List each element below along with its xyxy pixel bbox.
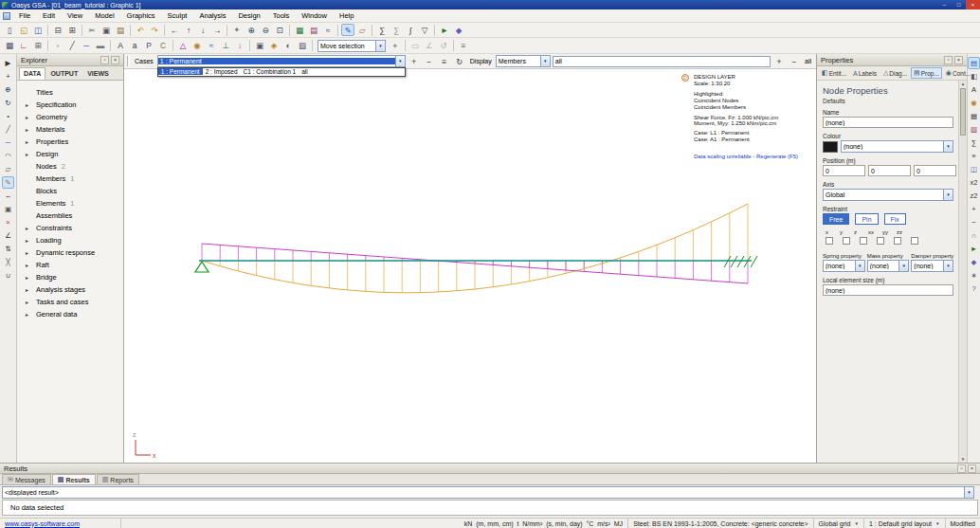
restraint-checkbox-x[interactable]: [826, 237, 833, 245]
select-settings-icon[interactable]: ⌖: [389, 40, 402, 52]
eraser-tool-icon[interactable]: ▱: [355, 24, 369, 36]
copy-icon[interactable]: ▣: [100, 24, 113, 36]
minimize-button[interactable]: –: [937, 0, 952, 9]
case-labels-icon[interactable]: C: [156, 40, 170, 52]
axis-combo[interactable]: Global ▼: [823, 189, 953, 201]
tree-item-materials[interactable]: ▸Materials: [17, 123, 123, 136]
scroll-down-icon[interactable]: ▼: [959, 456, 967, 463]
contours-icon[interactable]: ◉: [191, 40, 204, 52]
members-display-icon[interactable]: ─: [80, 40, 93, 52]
undo-icon[interactable]: ↶: [134, 24, 147, 36]
pin-panel-icon[interactable]: ▫: [944, 56, 953, 64]
cases-option-2[interactable]: C1 : Combination 1: [241, 68, 299, 75]
tree-item-loading[interactable]: ▸Loading: [17, 234, 123, 246]
output-panel-icon[interactable]: ▥: [968, 123, 980, 136]
colour-swatch[interactable]: [823, 141, 838, 153]
selection-mode-combo[interactable]: Move selection ▼: [318, 40, 386, 52]
output-view-icon[interactable]: ▤: [307, 24, 320, 36]
copy-tool-icon[interactable]: ▣: [2, 203, 14, 215]
graph-view-icon[interactable]: ≈: [321, 24, 335, 36]
properties-tab-0[interactable]: ◧Entit...: [819, 67, 849, 79]
units-status[interactable]: kN (m, mm, cm) t N/mm² (s, min, day) °C …: [460, 519, 628, 528]
sections-display-icon[interactable]: ▬: [94, 40, 107, 52]
position-z-input[interactable]: [914, 165, 956, 176]
cycle-cases-icon[interactable]: ↻: [453, 55, 466, 67]
zoom-in-icon[interactable]: ⊕: [245, 24, 258, 36]
tree-item-nodes[interactable]: Nodes2: [17, 160, 123, 173]
add-element-icon[interactable]: ╱: [2, 123, 14, 136]
tree-item-geometry[interactable]: ▸Geometry: [17, 111, 123, 123]
local-element-size-input[interactable]: [823, 284, 953, 296]
add-to-list-icon[interactable]: +: [772, 55, 786, 67]
help-panel-icon[interactable]: ?: [968, 282, 980, 295]
expand-arrow-icon[interactable]: ▸: [26, 114, 28, 120]
cases-option-1[interactable]: 2 : Imposed: [203, 68, 241, 75]
nodes-display-icon[interactable]: ◦: [51, 40, 64, 52]
pin-panel-icon[interactable]: ▫: [100, 56, 109, 64]
restraint-pin-button[interactable]: Pin: [855, 213, 878, 225]
shade-icon[interactable]: ◐: [281, 40, 295, 52]
mass-property-combo[interactable]: (none) ▼: [867, 260, 910, 272]
menu-analysis[interactable]: Analysis: [193, 11, 231, 20]
properties-tab-2[interactable]: △Diag...: [880, 67, 910, 79]
properties-tab-1[interactable]: ALabels: [850, 68, 880, 79]
measure-tool-icon[interactable]: ∠: [2, 229, 14, 242]
website-link[interactable]: www.oasys-software.com: [0, 519, 121, 528]
property-labels-icon[interactable]: P: [142, 40, 155, 52]
restraint-checkbox-xx[interactable]: [877, 237, 884, 245]
displayed-result-combo[interactable]: <displayed result> ▼: [2, 486, 974, 499]
graphic-canvas[interactable]: z x D DESIGN LAYERScale: 1:30.20Highligh…: [124, 69, 816, 463]
spring-property-combo[interactable]: (none) ▼: [823, 260, 865, 272]
restraint-free-button[interactable]: Free: [823, 213, 849, 225]
diagrams-icon[interactable]: △: [176, 40, 190, 52]
expand-arrow-icon[interactable]: ▸: [26, 151, 28, 157]
tree-item-tasks-and-cases[interactable]: ▸Tasks and cases: [17, 296, 123, 308]
loads-display-icon[interactable]: ↓: [233, 40, 246, 52]
chevron-down-icon[interactable]: ▼: [898, 261, 908, 271]
cut-icon[interactable]: ✂: [85, 24, 99, 36]
scrollbar-thumb[interactable]: [960, 88, 966, 136]
menu-design[interactable]: Design: [232, 11, 265, 20]
find-icon[interactable]: ⌖: [230, 24, 244, 36]
menu-window[interactable]: Window: [296, 11, 333, 20]
remove-from-list-icon[interactable]: −: [788, 55, 801, 67]
results-tab-messages[interactable]: ✉Messages: [2, 474, 51, 484]
expand-arrow-icon[interactable]: ▸: [26, 249, 28, 256]
sum-forces-icon[interactable]: ∑: [375, 24, 389, 36]
pan-down-icon[interactable]: ↓: [196, 24, 209, 36]
scale-z2-icon[interactable]: z2: [968, 190, 980, 202]
display-panel-icon[interactable]: ◉: [968, 97, 980, 109]
chevron-down-icon[interactable]: ▼: [943, 141, 953, 152]
reactions-icon[interactable]: ⊥: [219, 40, 232, 52]
delete-tool-icon[interactable]: ×: [2, 216, 14, 228]
shrink-icon[interactable]: ▣: [253, 40, 266, 52]
print-preview-icon[interactable]: ⊞: [65, 24, 79, 36]
orbit-view-icon[interactable]: ↻: [2, 97, 14, 109]
chevron-down-icon[interactable]: ▼: [855, 261, 864, 271]
explorer-tab-views[interactable]: VIEWS: [82, 67, 114, 80]
cases-panel-icon[interactable]: ∑: [968, 137, 980, 149]
split-tool-icon[interactable]: ╳: [2, 256, 14, 268]
toolbar-grip[interactable]: [127, 56, 130, 66]
undo-selection-icon[interactable]: ↺: [437, 40, 450, 52]
paste-icon[interactable]: ▤: [114, 24, 127, 36]
pin-panel-icon[interactable]: ▫: [957, 464, 966, 473]
design-panel-icon[interactable]: ◆: [968, 256, 980, 268]
restraint-checkbox-z[interactable]: [860, 237, 867, 245]
tree-item-titles[interactable]: Titles: [17, 86, 123, 99]
tree-item-general-data[interactable]: ▸General data: [17, 308, 123, 320]
results-tab-results[interactable]: ▤Results: [52, 474, 96, 484]
snap-grid-icon[interactable]: ⊞: [31, 40, 45, 52]
tree-item-analysis-stages[interactable]: ▸Analysis stages: [17, 283, 123, 296]
expand-arrow-icon[interactable]: ▸: [26, 286, 28, 293]
scroll-up-icon[interactable]: ▲: [959, 81, 967, 87]
position-x-input[interactable]: [823, 165, 865, 176]
properties-tab-3[interactable]: ▤Prop...: [911, 67, 942, 79]
chevron-down-icon[interactable]: ▼: [943, 190, 953, 200]
restraint-checkbox-zz[interactable]: [911, 237, 918, 245]
sum-selection-icon[interactable]: ∑: [390, 24, 403, 36]
expand-arrow-icon[interactable]: ▸: [26, 126, 28, 133]
join-tool-icon[interactable]: ∪: [2, 269, 14, 282]
regenerate-warning[interactable]: Data scaling unreliable - Regenerate (F5…: [694, 154, 814, 160]
tree-item-raft[interactable]: ▸Raft: [17, 259, 123, 271]
